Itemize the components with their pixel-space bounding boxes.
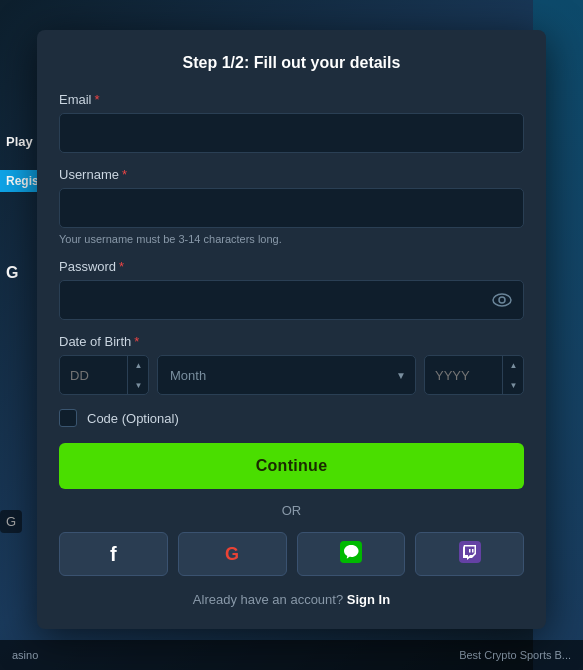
dob-month-wrap: Month January February March April May J… (157, 355, 416, 395)
password-input[interactable] (59, 280, 524, 320)
twitch-icon (459, 541, 481, 568)
username-label: Username * (59, 167, 524, 182)
dob-month-select-wrap: Month January February March April May J… (157, 355, 416, 395)
dob-month-select[interactable]: Month January February March April May J… (157, 355, 416, 395)
g2-label: G (0, 510, 22, 533)
email-input[interactable] (59, 113, 524, 153)
social-row: f G (59, 532, 524, 576)
username-group: Username * Your username must be 3-14 ch… (59, 167, 524, 245)
bottom-sports: Best Crypto Sports B... (459, 649, 571, 661)
email-label: Email * (59, 92, 524, 107)
google-icon: G (225, 544, 239, 565)
dob-year-down[interactable]: ▼ (503, 375, 524, 395)
dob-year-wrap: ▲ ▼ (424, 355, 524, 395)
dob-day-spinner: ▲ ▼ (59, 355, 149, 395)
dob-day-down[interactable]: ▼ (128, 375, 149, 395)
email-required: * (95, 92, 100, 107)
password-label: Password * (59, 259, 524, 274)
email-group: Email * (59, 92, 524, 153)
twitch-button[interactable] (415, 532, 524, 576)
facebook-button[interactable]: f (59, 532, 168, 576)
bottom-bar: asino Best Crypto Sports B... (0, 640, 583, 670)
username-hint: Your username must be 3-14 characters lo… (59, 233, 524, 245)
code-row: Code (Optional) (59, 409, 524, 427)
modal-title: Step 1/2: Fill out your details (59, 54, 524, 72)
code-label[interactable]: Code (Optional) (87, 411, 179, 426)
password-group: Password * (59, 259, 524, 320)
svg-point-0 (493, 294, 511, 306)
dob-label: Date of Birth * (59, 334, 524, 349)
dob-day-arrows: ▲ ▼ (127, 355, 149, 395)
dob-year-up[interactable]: ▲ (503, 355, 524, 375)
password-required: * (119, 259, 124, 274)
password-wrapper (59, 280, 524, 320)
signin-link[interactable]: Sign In (347, 592, 390, 607)
dob-day-wrap: ▲ ▼ (59, 355, 149, 395)
g-label: G (0, 260, 24, 286)
dob-row: ▲ ▼ Month January February March April M… (59, 355, 524, 395)
line-button[interactable] (297, 532, 406, 576)
dob-year-spinner: ▲ ▼ (424, 355, 524, 395)
username-input[interactable] (59, 188, 524, 228)
svg-rect-5 (469, 549, 471, 553)
or-divider: OR (59, 503, 524, 518)
continue-button[interactable]: Continue (59, 443, 524, 489)
google-button[interactable]: G (178, 532, 287, 576)
dob-year-arrows: ▲ ▼ (502, 355, 524, 395)
dob-required: * (134, 334, 139, 349)
registration-modal: Step 1/2: Fill out your details Email * … (37, 30, 546, 629)
username-required: * (122, 167, 127, 182)
signin-text: Already have an account? Sign In (59, 592, 524, 607)
dob-group: Date of Birth * ▲ ▼ Month Ja (59, 334, 524, 395)
code-checkbox[interactable] (59, 409, 77, 427)
bottom-casino: asino (12, 649, 38, 661)
svg-rect-4 (472, 549, 474, 553)
facebook-icon: f (110, 543, 117, 566)
dob-day-up[interactable]: ▲ (128, 355, 149, 375)
eye-icon[interactable] (492, 293, 512, 307)
line-icon (340, 541, 362, 568)
play-label: Play (0, 130, 39, 153)
svg-point-1 (499, 297, 505, 303)
